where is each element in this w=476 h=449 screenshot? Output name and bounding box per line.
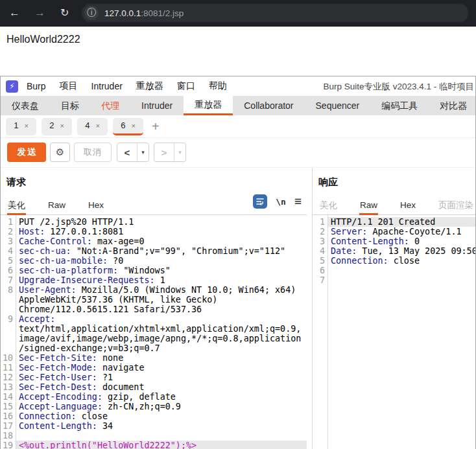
editor-line[interactable]: 7Upgrade-Insecure-Requests: 1: [1, 275, 307, 285]
repeater-tab-4[interactable]: 4×: [77, 118, 108, 135]
newline-toggle-icon[interactable]: \n: [276, 197, 286, 207]
reload-icon[interactable]: ↻: [60, 0, 69, 26]
editor-line[interactable]: 5sec-ch-ua-mobile: ?0: [1, 256, 307, 266]
line-number: 4: [1, 246, 16, 256]
code-text: Sec-Fetch-User: ?1: [16, 373, 307, 382]
code-text: Connection: close: [16, 411, 307, 421]
main-tab-comparer[interactable]: 对比器: [429, 96, 475, 115]
request-editor-icons: \n ≡: [253, 194, 302, 209]
editor-line[interactable]: 3Cache-Control: max-age=0: [1, 236, 307, 246]
editor-line[interactable]: 17Content-Length: 34: [1, 421, 307, 431]
repeater-tab-1[interactable]: 1×: [6, 118, 36, 135]
close-tab-icon[interactable]: ×: [131, 122, 135, 130]
editor-line[interactable]: 15Accept-Language: zh-CN,zh;q=0.9: [1, 402, 307, 411]
response-title: 响应: [318, 176, 338, 189]
repeater-tab-6[interactable]: 6×: [113, 118, 143, 135]
page-body-text: HelloWorld2222: [6, 34, 80, 45]
menu-item-0[interactable]: Burp: [27, 81, 46, 91]
prev-request-button[interactable]: < ▾: [117, 143, 149, 162]
code-text: Accept: text/html,application/xhtml+xml,…: [16, 314, 307, 353]
editor-line[interactable]: 4Date: Tue, 13 May 2025 09:50: [313, 246, 475, 256]
line-number: 19: [1, 441, 16, 449]
response-tab-hex[interactable]: Hex: [399, 198, 416, 215]
editor-line[interactable]: 2Server: Apache-Coyote/1.1: [313, 227, 475, 236]
response-tab-pretty[interactable]: 美化: [319, 198, 338, 215]
editor-line[interactable]: 3Content-Length: 0: [313, 236, 475, 246]
next-request-button[interactable]: > ▾: [154, 143, 186, 162]
editor-line[interactable]: 2Host: 127.0.0.1:8081: [1, 227, 307, 236]
menu-item-4[interactable]: 窗口: [177, 80, 195, 92]
editor-line[interactable]: 1HTTP/1.1 201 Created: [313, 217, 475, 227]
browser-viewport: HelloWorld2222: [0, 27, 476, 76]
address-bar[interactable]: ⓘ 127.0.0.1:8081/2.jsp: [82, 4, 468, 22]
editor-line[interactable]: 5Connection: close: [313, 256, 475, 266]
main-tab-target[interactable]: 目标: [50, 96, 90, 115]
main-tab-dashboard[interactable]: 仪表盘: [1, 96, 50, 115]
code-text: sec-ch-ua: "Not:A-Brand";v="99", "Chromi…: [16, 246, 307, 256]
line-number: 1: [1, 217, 16, 227]
response-tab-raw[interactable]: Raw: [359, 198, 378, 215]
request-editor[interactable]: 1PUT /2.jsp%20 HTTP/1.12Host: 127.0.0.1:…: [1, 215, 307, 449]
line-number: 2: [313, 227, 327, 236]
editor-line[interactable]: 14Accept-Encoding: gzip, deflate: [1, 392, 307, 402]
window-title: Burp Suite专业版 v2023.4.1 - 临时项目: [323, 81, 474, 93]
editor-line[interactable]: 6: [313, 266, 475, 275]
burp-menubar: ⚡ Burp项目Intruder重放器窗口帮助 Burp Suite专业版 v2…: [1, 76, 475, 96]
line-number: 18: [1, 431, 16, 441]
editor-line[interactable]: 7: [313, 275, 475, 285]
prev-arrow-icon: <: [117, 147, 137, 158]
close-tab-icon[interactable]: ×: [95, 122, 99, 130]
response-editor[interactable]: 1HTTP/1.1 201 Created2Server: Apache-Coy…: [313, 215, 475, 449]
url-path: :8081/2.jsp: [141, 8, 184, 18]
editor-line[interactable]: 11Sec-Fetch-Mode: navigate: [1, 363, 307, 373]
menu-item-3[interactable]: 重放器: [136, 80, 163, 92]
chevron-down-icon[interactable]: ▾: [137, 149, 149, 155]
settings-button[interactable]: ⚙: [50, 143, 70, 162]
request-tab-pretty[interactable]: 美化: [7, 198, 26, 215]
editor-line[interactable]: 1PUT /2.jsp%20 HTTP/1.1: [1, 217, 307, 227]
response-tab-render[interactable]: 页面渲染: [438, 198, 474, 215]
editor-line[interactable]: 6sec-ch-ua-platform: "Windows": [1, 266, 307, 275]
repeater-tab-2[interactable]: 2×: [42, 118, 72, 135]
line-number: 2: [1, 227, 16, 236]
editor-line[interactable]: 13Sec-Fetch-Dest: document: [1, 382, 307, 392]
forward-icon[interactable]: →: [34, 0, 45, 26]
cancel-button[interactable]: 取消: [74, 143, 112, 162]
editor-line[interactable]: 8User-Agent: Mozilla/5.0 (Windows NT 10.…: [1, 285, 307, 314]
main-tab-repeater[interactable]: 重放器: [184, 96, 233, 115]
editor-line[interactable]: 10Sec-Fetch-Site: none: [1, 353, 307, 363]
add-tab-button[interactable]: +: [152, 118, 160, 135]
word-wrap-icon[interactable]: [253, 194, 267, 209]
request-tab-hex[interactable]: Hex: [88, 198, 104, 215]
main-tab-decoder[interactable]: 编码工具: [370, 96, 429, 115]
send-button[interactable]: 发送: [7, 143, 46, 162]
menu-item-2[interactable]: Intruder: [91, 81, 123, 91]
next-arrow-icon: >: [154, 147, 174, 158]
main-tab-sequencer[interactable]: Sequencer: [305, 96, 371, 115]
editor-menu-icon[interactable]: ≡: [294, 195, 302, 208]
close-tab-icon[interactable]: ×: [60, 122, 64, 130]
request-tab-raw[interactable]: Raw: [47, 198, 66, 215]
chevron-down-icon[interactable]: ▾: [174, 149, 185, 155]
editor-line[interactable]: 9Accept: text/html,application/xhtml+xml…: [1, 314, 307, 353]
editor-line[interactable]: 4sec-ch-ua: "Not:A-Brand";v="99", "Chrom…: [1, 246, 307, 256]
editor-line[interactable]: 19<%out.println("HelloWorld2222");%>: [1, 441, 307, 449]
editor-line[interactable]: 12Sec-Fetch-User: ?1: [1, 373, 307, 382]
close-tab-icon[interactable]: ×: [24, 122, 28, 130]
editor-line[interactable]: 16Connection: close: [1, 411, 307, 421]
editor-line[interactable]: 18: [1, 431, 307, 441]
line-number: 14: [1, 392, 16, 402]
panel-divider[interactable]: [307, 168, 312, 449]
site-info-icon[interactable]: ⓘ: [84, 6, 99, 20]
code-text: Sec-Fetch-Site: none: [16, 353, 307, 363]
main-tab-intruder[interactable]: Intruder: [130, 96, 184, 115]
menu-item-1[interactable]: 项目: [60, 80, 78, 92]
back-icon[interactable]: ←: [9, 0, 20, 26]
menu-item-5[interactable]: 帮助: [209, 80, 227, 92]
main-tab-collaborator[interactable]: Collaborator: [233, 96, 304, 115]
main-tab-proxy[interactable]: 代理: [90, 96, 130, 115]
line-number: 16: [1, 411, 16, 421]
code-text: User-Agent: Mozilla/5.0 (Windows NT 10.0…: [16, 285, 307, 314]
line-number: 10: [1, 353, 16, 363]
code-text: Sec-Fetch-Dest: document: [16, 382, 307, 392]
